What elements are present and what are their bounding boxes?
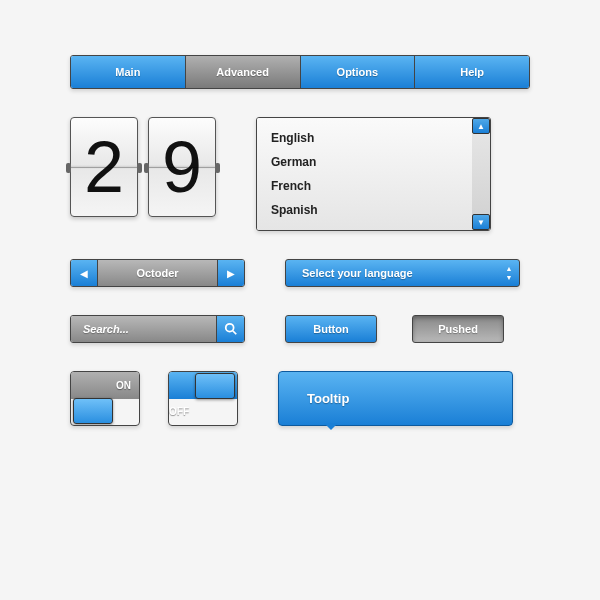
search-icon xyxy=(224,322,238,336)
scroll-up-icon[interactable]: ▲ xyxy=(472,118,490,134)
scrollbar[interactable]: ▲ ▼ xyxy=(472,118,490,230)
flip-digit-1: 2 xyxy=(70,117,138,217)
toggle-off-label: OFF xyxy=(169,399,237,426)
tooltip: Tooltip xyxy=(278,371,513,426)
flip-digit-2: 9 xyxy=(148,117,216,217)
tab-options[interactable]: Options xyxy=(301,56,416,88)
month-spinner: ◀ Octoder ▶ xyxy=(70,259,245,287)
spinner-next-icon[interactable]: ▶ xyxy=(218,260,244,286)
list-item[interactable]: Spanish xyxy=(257,198,472,222)
search-input[interactable]: Search... xyxy=(71,316,216,342)
toggle-on[interactable]: ON xyxy=(70,371,140,426)
tooltip-text: Tooltip xyxy=(307,391,349,406)
list-item[interactable]: German xyxy=(257,150,472,174)
tab-advanced[interactable]: Advanced xyxy=(186,56,301,88)
search-button[interactable] xyxy=(216,316,244,342)
tab-bar: Main Advanced Options Help xyxy=(70,55,530,89)
list-item[interactable]: French xyxy=(257,174,472,198)
tab-main[interactable]: Main xyxy=(71,56,186,88)
search-box: Search... xyxy=(70,315,245,343)
list-item[interactable]: English xyxy=(257,126,472,150)
svg-point-0 xyxy=(225,324,233,332)
dropdown-label: Select your language xyxy=(286,260,499,286)
toggle-off[interactable]: OFF xyxy=(168,371,238,426)
flip-counter: 2 9 xyxy=(70,117,216,217)
spinner-value: Octoder xyxy=(97,260,218,286)
dropdown-arrows-icon: ▲▼ xyxy=(499,260,519,286)
toggle-knob xyxy=(195,373,235,399)
toggle-knob xyxy=(73,398,113,424)
tab-help[interactable]: Help xyxy=(415,56,529,88)
spinner-prev-icon[interactable]: ◀ xyxy=(71,260,97,286)
button-normal[interactable]: Button xyxy=(285,315,377,343)
language-listbox[interactable]: English German French Spanish ▲ ▼ xyxy=(256,117,491,231)
language-dropdown[interactable]: Select your language ▲▼ xyxy=(285,259,520,287)
toggle-on-label: ON xyxy=(71,372,139,399)
button-pushed[interactable]: Pushed xyxy=(412,315,504,343)
svg-line-1 xyxy=(232,331,236,335)
scroll-down-icon[interactable]: ▼ xyxy=(472,214,490,230)
